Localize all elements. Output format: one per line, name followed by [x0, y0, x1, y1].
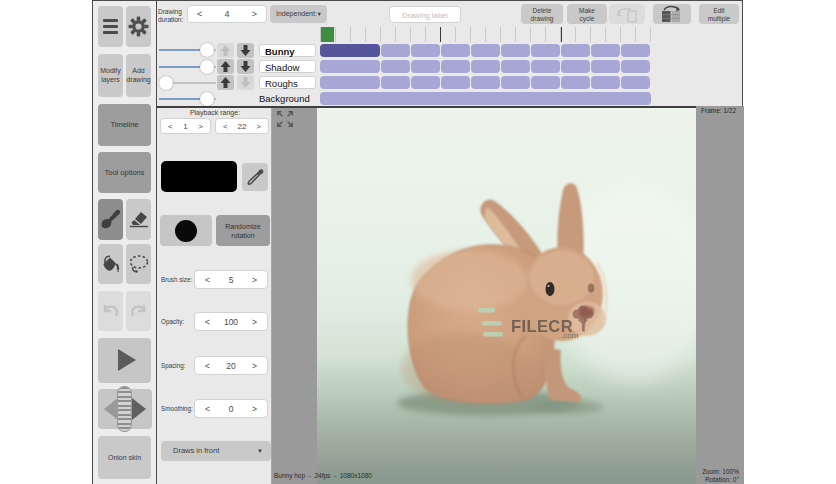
svg-text:.com: .com	[561, 331, 579, 340]
